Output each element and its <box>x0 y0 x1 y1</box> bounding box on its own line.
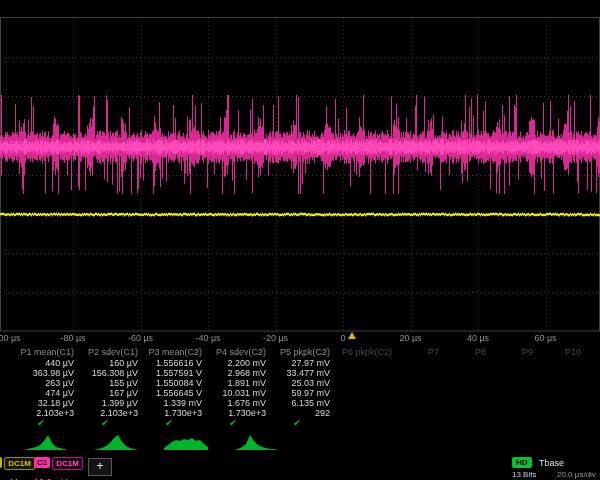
histicon-p4[interactable] <box>234 430 278 450</box>
measure-value: 2.200 mV <box>208 358 272 368</box>
measure-value <box>336 398 398 408</box>
measure-value <box>336 378 398 388</box>
time-axis-label: -100 µs <box>0 333 21 343</box>
timebase-scale-label: 20.0 µs/div <box>557 470 596 479</box>
time-axis-label: 20 µs <box>399 333 421 343</box>
measure-row: 363.98 µV156.308 µV1.557591 V2.968 mV33.… <box>0 368 600 378</box>
trigger-position-marker[interactable] <box>348 332 356 339</box>
time-axis-label: -60 µs <box>128 333 153 343</box>
measure-header[interactable]: P2 sdev(C1) <box>80 347 144 358</box>
add-trace-button[interactable]: + <box>88 458 112 476</box>
measure-header[interactable]: P5 pkpk(C2) <box>272 347 336 358</box>
measure-status: ✔ <box>208 418 272 429</box>
measure-status: ✔ <box>16 418 80 429</box>
measure-value: 1.730e+3 <box>144 408 208 418</box>
measure-value <box>336 368 398 378</box>
measure-value: 1.557591 V <box>144 368 208 378</box>
measure-header-row: P1 mean(C1)P2 sdev(C1)P3 mean(C2)P4 sdev… <box>0 347 600 358</box>
measure-value: 167 µV <box>80 388 144 398</box>
measure-header[interactable]: P7 <box>398 347 445 358</box>
c1-badge: C1 <box>0 457 2 468</box>
measure-value: 160 µV <box>80 358 144 368</box>
measure-value: 440 µV <box>16 358 80 368</box>
measure-header[interactable]: P3 mean(C2) <box>144 347 208 358</box>
measure-value: 292 <box>272 408 336 418</box>
spacer <box>0 347 16 358</box>
measure-status: ✔ <box>80 418 144 429</box>
spacer <box>0 358 16 368</box>
measure-value <box>492 368 539 378</box>
measure-value: 2.103e+3 <box>16 408 80 418</box>
measure-value <box>445 398 492 408</box>
measure-value <box>445 408 492 418</box>
waveform-display[interactable] <box>0 0 600 334</box>
measure-value <box>539 358 587 368</box>
measure-value <box>492 358 539 368</box>
measure-value <box>539 378 587 388</box>
measure-value <box>398 388 445 398</box>
hd-bits-label: 13 Bits <box>512 470 536 479</box>
hd-mode-badge[interactable]: HD <box>512 457 532 468</box>
measure-value: 1.891 mV <box>208 378 272 388</box>
measurement-table: P1 mean(C1)P2 sdev(C1)P3 mean(C2)P4 sdev… <box>0 347 600 429</box>
measure-value <box>398 408 445 418</box>
measure-row: 32.18 µV1.399 µV1.339 mV1.676 mV6.135 mV <box>0 398 600 408</box>
histicon-p2[interactable] <box>94 430 138 450</box>
measure-value <box>539 398 587 408</box>
measure-value: 32.18 µV <box>16 398 80 408</box>
measure-value: 1.676 mV <box>208 398 272 408</box>
histicon-p3[interactable] <box>164 430 208 450</box>
measure-value: 363.98 µV <box>16 368 80 378</box>
measure-value: 156.308 µV <box>80 368 144 378</box>
measure-value: 155 µV <box>80 378 144 388</box>
spacer <box>0 388 16 398</box>
measure-value: 10.031 mV <box>208 388 272 398</box>
measure-value <box>336 358 398 368</box>
measure-value: 263 µV <box>16 378 80 388</box>
measure-header[interactable]: P4 sdev(C2) <box>208 347 272 358</box>
measure-value <box>539 368 587 378</box>
measure-value <box>398 368 445 378</box>
histicon-p1[interactable] <box>24 430 68 450</box>
measure-value <box>398 378 445 388</box>
c1-coupling-badge: DC1M <box>4 457 35 470</box>
measure-value: 1.339 mV <box>144 398 208 408</box>
measure-header[interactable]: P8 <box>445 347 492 358</box>
measure-value: 1.730e+3 <box>208 408 272 418</box>
measure-value: 1.556616 V <box>144 358 208 368</box>
channel-descriptor-c2[interactable]: C2DC1M 10.0 mV <box>34 457 85 480</box>
bottom-bar: C1DC1M 500 mV C2DC1M 10.0 mV + HD Tbase … <box>0 455 600 480</box>
time-axis: -100 µs-80 µs-60 µs-40 µs-20 µs020 µs40 … <box>0 333 600 346</box>
channel-descriptor-c1[interactable]: C1DC1M 500 mV <box>0 457 37 480</box>
spacer <box>0 368 16 378</box>
c2-badge: C2 <box>34 457 50 468</box>
timebase-descriptor[interactable]: Tbase <box>539 458 564 468</box>
measure-header[interactable]: P1 mean(C1) <box>16 347 80 358</box>
measure-value: 1.556645 V <box>144 388 208 398</box>
measure-header[interactable]: P6 pkpk(C2) <box>336 347 398 358</box>
measure-row: 2.103e+32.103e+31.730e+31.730e+3292 <box>0 408 600 418</box>
spacer <box>0 408 16 418</box>
parameter-histicons <box>0 430 600 451</box>
measure-value: 59.97 mV <box>272 388 336 398</box>
measure-value: 33.477 mV <box>272 368 336 378</box>
measure-value: 2.968 mV <box>208 368 272 378</box>
measure-value <box>492 408 539 418</box>
measure-value <box>445 388 492 398</box>
c2-coupling-badge: DC1M <box>52 457 83 470</box>
measure-header[interactable]: P9 <box>492 347 539 358</box>
measure-value: 25.03 mV <box>272 378 336 388</box>
measure-status <box>492 418 539 429</box>
measure-status: ✔ <box>144 418 208 429</box>
time-axis-label: 40 µs <box>467 333 489 343</box>
measure-value <box>539 388 587 398</box>
measure-row: 263 µV155 µV1.550084 V1.891 mV25.03 mV <box>0 378 600 388</box>
measure-value <box>539 408 587 418</box>
measure-header[interactable]: P10 <box>539 347 587 358</box>
measure-status <box>539 418 587 429</box>
measure-status: ✔ <box>272 418 336 429</box>
measure-value <box>336 408 398 418</box>
measure-value <box>445 378 492 388</box>
measure-value <box>492 398 539 408</box>
measure-value <box>492 378 539 388</box>
